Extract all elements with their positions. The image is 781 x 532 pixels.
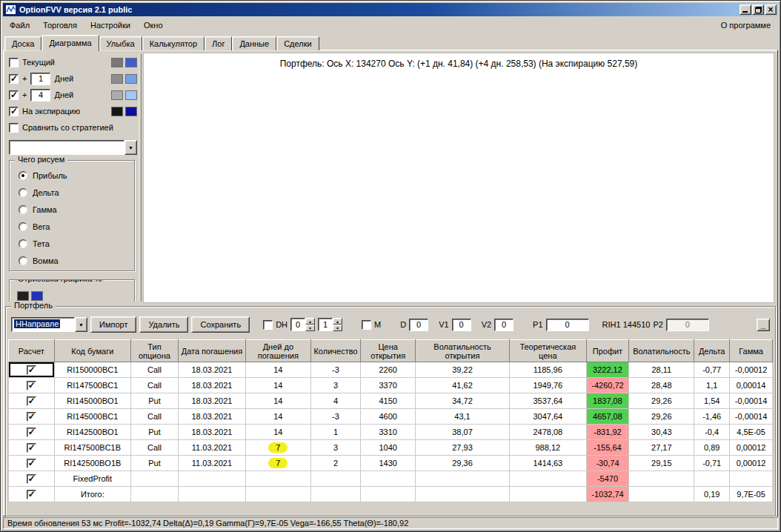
cell-days[interactable]: [246, 471, 310, 487]
portfolio-chart[interactable]: [144, 71, 770, 302]
cell-theo[interactable]: 2478,08: [510, 425, 587, 440]
cell-openvol[interactable]: 27,93: [415, 440, 509, 456]
compare-strategy-checkbox[interactable]: [9, 123, 19, 133]
cell-vol[interactable]: 29,15: [629, 456, 694, 471]
radio-icon[interactable]: [19, 222, 27, 231]
cell-type[interactable]: Call: [131, 409, 179, 425]
cell-profit[interactable]: 4657,08: [586, 409, 629, 425]
cell-date[interactable]: 18.03.2021: [178, 393, 245, 409]
cell-delta[interactable]: 1,54: [694, 393, 730, 409]
cell-calc[interactable]: [9, 440, 55, 456]
cell-openvol[interactable]: 43,1: [415, 409, 509, 425]
cell-delta[interactable]: -1,46: [694, 409, 730, 425]
v1-input[interactable]: [452, 319, 471, 331]
cell-code[interactable]: RI147500BC1: [54, 378, 131, 393]
tab-5[interactable]: Данные: [232, 36, 276, 50]
cell-days[interactable]: 7: [246, 456, 310, 471]
cell-delta[interactable]: -0,71: [694, 456, 730, 471]
chevron-down-icon[interactable]: ▼: [75, 317, 87, 332]
cell-qty[interactable]: 1: [310, 425, 361, 440]
col-header-calc[interactable]: Расчет: [9, 340, 55, 362]
cell-profit[interactable]: -30,74: [586, 456, 629, 471]
cell-theo[interactable]: 1414,63: [510, 456, 587, 471]
row-checkbox[interactable]: [27, 396, 36, 406]
cell-gamma[interactable]: -0,00014: [730, 409, 773, 425]
cell-profit[interactable]: -5470: [586, 471, 629, 487]
cell-type[interactable]: Put: [131, 393, 179, 409]
tab-1[interactable]: Диаграмма: [41, 35, 99, 51]
cell-gamma[interactable]: 0,00014: [730, 378, 773, 393]
cell-delta[interactable]: 0,19: [694, 487, 730, 502]
col-header-qty[interactable]: Количество: [310, 340, 361, 362]
menu-about[interactable]: О программе: [714, 19, 778, 32]
panel-splitter[interactable]: [139, 54, 142, 302]
col-header-days[interactable]: Дней до погашения: [246, 340, 310, 362]
cell-calc[interactable]: [9, 487, 55, 502]
cell-profit[interactable]: -1032,74: [586, 487, 629, 502]
row-checkbox[interactable]: [27, 443, 36, 453]
cell-vol[interactable]: 28,11: [629, 362, 694, 378]
cell-theo[interactable]: 1949,76: [510, 378, 587, 393]
cell-open[interactable]: 3310: [361, 425, 416, 440]
cell-code[interactable]: RI145000BC1: [54, 409, 131, 425]
dh-checkbox[interactable]: [263, 320, 273, 330]
cell-theo[interactable]: [510, 471, 587, 487]
restore-button[interactable]: [752, 4, 764, 15]
cell-gamma[interactable]: -0,00012: [730, 362, 773, 378]
cell-qty[interactable]: 3: [310, 440, 361, 456]
plus1-days-input[interactable]: [30, 73, 50, 85]
strategy-combo[interactable]: ▼: [9, 140, 137, 155]
cell-open[interactable]: [361, 487, 416, 502]
collapse-button[interactable]: _: [757, 319, 770, 331]
save-button[interactable]: Сохранить: [191, 316, 250, 333]
cell-calc[interactable]: [9, 456, 55, 471]
cell-open[interactable]: 3370: [361, 378, 416, 393]
cell-days[interactable]: [246, 487, 310, 502]
cell-open[interactable]: 4600: [361, 409, 416, 425]
cell-profit[interactable]: -831,92: [586, 425, 629, 440]
cell-calc[interactable]: [9, 393, 55, 409]
cell-openvol[interactable]: 41,62: [415, 378, 509, 393]
cell-profit[interactable]: 3222,12: [586, 362, 629, 378]
cell-open[interactable]: 4150: [361, 393, 416, 409]
cell-calc[interactable]: [9, 471, 55, 487]
tab-2[interactable]: Улыбка: [99, 36, 142, 50]
draw-option-3[interactable]: Вега: [10, 218, 134, 235]
cell-profit[interactable]: 1837,08: [586, 393, 629, 409]
draw-option-1[interactable]: Дельта: [10, 184, 134, 201]
cell-type[interactable]: [131, 487, 179, 502]
col-header-vol[interactable]: Волатильность: [629, 340, 694, 362]
cell-vol[interactable]: 27,17: [629, 440, 694, 456]
col-header-code[interactable]: Код бумаги: [54, 340, 131, 362]
cell-date[interactable]: 18.03.2021: [178, 362, 245, 378]
cell-qty[interactable]: -3: [310, 409, 361, 425]
cell-vol[interactable]: 29,26: [629, 409, 694, 425]
cell-openvol[interactable]: [415, 487, 509, 502]
cell-gamma[interactable]: 9,7E-05: [730, 487, 773, 502]
cell-openvol[interactable]: 38,07: [415, 425, 509, 440]
cell-vol[interactable]: [629, 487, 694, 502]
cell-delta[interactable]: 1,1: [694, 378, 730, 393]
cell-code[interactable]: RI145000BO1: [54, 393, 131, 409]
col-header-profit[interactable]: Профит: [586, 340, 629, 362]
col-header-gamma[interactable]: Гамма: [730, 340, 773, 362]
cell-type[interactable]: Put: [131, 456, 179, 471]
row-checkbox[interactable]: [27, 381, 36, 390]
cell-qty[interactable]: 2: [310, 456, 361, 471]
cell-delta[interactable]: 0,89: [694, 440, 730, 456]
spin-down-icon[interactable]: ▼: [333, 325, 342, 331]
cell-type[interactable]: Call: [131, 378, 179, 393]
cell-date[interactable]: 18.03.2021: [178, 409, 245, 425]
cell-code[interactable]: FixedProfit: [54, 471, 131, 487]
cell-openvol[interactable]: 34,72: [415, 393, 509, 409]
dh-spin2-input[interactable]: [318, 318, 333, 331]
draw-option-4[interactable]: Тета: [10, 235, 134, 252]
cell-gamma[interactable]: [730, 471, 773, 487]
row-checkbox[interactable]: [27, 412, 36, 422]
cell-theo[interactable]: 3047,64: [510, 409, 587, 425]
plus1-checkbox[interactable]: [9, 74, 19, 84]
minimize-button[interactable]: [740, 4, 751, 15]
close-button[interactable]: ×: [765, 4, 777, 15]
radio-icon[interactable]: [19, 171, 27, 180]
menu-item-2[interactable]: Настройки: [84, 19, 137, 32]
